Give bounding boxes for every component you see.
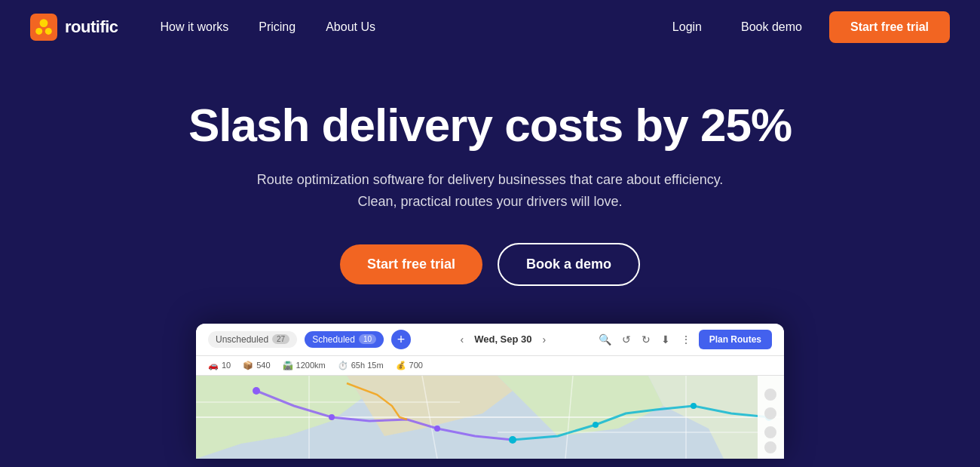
tab-scheduled[interactable]: Scheduled 10: [305, 331, 384, 348]
hero-subtitle: Route optimization software for delivery…: [257, 169, 724, 213]
redo-toolbar-button[interactable]: ↻: [639, 330, 654, 349]
hero-subtitle-line2: Clean, practical routes your drivers wil…: [357, 194, 622, 209]
tab-unscheduled[interactable]: Unscheduled 27: [208, 331, 297, 348]
svg-point-16: [253, 387, 260, 395]
svg-point-27: [764, 441, 776, 453]
search-toolbar-button[interactable]: 🔍: [596, 330, 614, 349]
login-link[interactable]: Login: [660, 14, 714, 40]
svg-point-2: [35, 28, 42, 35]
stat-vehicles: 🚗 10: [208, 361, 231, 370]
svg-point-18: [434, 426, 440, 432]
more-toolbar-button[interactable]: ⋮: [678, 330, 694, 349]
nav-how-it-works[interactable]: How it works: [149, 14, 241, 40]
stat-stops-value: 540: [256, 361, 270, 370]
plan-routes-button[interactable]: Plan Routes: [699, 330, 772, 349]
stat-distance: 🛣️ 1200km: [283, 361, 326, 370]
stat-vehicles-value: 10: [222, 361, 231, 370]
hero-section: Slash delivery costs by 25% Route optimi…: [0, 54, 980, 467]
nav-pricing[interactable]: Pricing: [247, 14, 308, 40]
toolbar-right: 🔍 ↺ ↻ ⬇ ⋮ Plan Routes: [596, 330, 772, 349]
stat-cost: 💰 700: [396, 361, 423, 370]
start-trial-hero-button[interactable]: Start free trial: [340, 244, 482, 284]
svg-point-25: [764, 407, 776, 419]
nav-links: How it works Pricing About Us: [149, 14, 660, 40]
svg-point-20: [593, 422, 599, 428]
svg-point-26: [764, 426, 776, 438]
stat-time-value: 65h 15m: [351, 361, 384, 370]
map-svg: [196, 376, 784, 459]
svg-point-1: [40, 19, 48, 27]
stat-cost-value: 700: [409, 361, 423, 370]
map-area: [196, 376, 784, 459]
next-date-button[interactable]: ›: [538, 332, 551, 347]
book-demo-hero-button[interactable]: Book a demo: [498, 243, 640, 286]
stat-stops: 📦 540: [243, 361, 270, 370]
hero-subtitle-line1: Route optimization software for delivery…: [257, 172, 724, 187]
app-preview: Unscheduled 27 Scheduled 10 + ‹ Wed, Sep…: [196, 324, 784, 459]
nav-about-us[interactable]: About Us: [314, 14, 387, 40]
app-toolbar: Unscheduled 27 Scheduled 10 + ‹ Wed, Sep…: [196, 324, 784, 356]
svg-point-21: [691, 403, 697, 409]
svg-point-19: [509, 436, 516, 444]
stat-time: ⏱️ 65h 15m: [338, 361, 384, 370]
logo-icon: [30, 14, 57, 41]
undo-toolbar-button[interactable]: ↺: [619, 330, 634, 349]
svg-point-3: [45, 28, 52, 35]
hero-buttons: Start free trial Book a demo: [340, 243, 640, 286]
stat-distance-value: 1200km: [296, 361, 326, 370]
logo-text: routific: [65, 17, 118, 37]
navbar: routific How it works Pricing About Us L…: [0, 0, 980, 54]
logo-link[interactable]: routific: [30, 14, 118, 41]
svg-point-24: [764, 389, 776, 401]
date-navigator: ‹ Wed, Sep 30 ›: [456, 332, 551, 347]
stats-bar: 🚗 10 📦 540 🛣️ 1200km ⏱️ 65h 15m 💰 700: [196, 356, 784, 376]
add-button[interactable]: +: [391, 330, 411, 349]
start-trial-nav-button[interactable]: Start free trial: [829, 11, 950, 43]
book-demo-link[interactable]: Book demo: [726, 14, 817, 40]
download-toolbar-button[interactable]: ⬇: [658, 330, 673, 349]
hero-title: Slash delivery costs by 25%: [188, 100, 792, 151]
current-date: Wed, Sep 30: [474, 333, 531, 345]
prev-date-button[interactable]: ‹: [456, 332, 469, 347]
svg-point-17: [329, 414, 335, 420]
nav-right: Login Book demo Start free trial: [660, 11, 950, 43]
